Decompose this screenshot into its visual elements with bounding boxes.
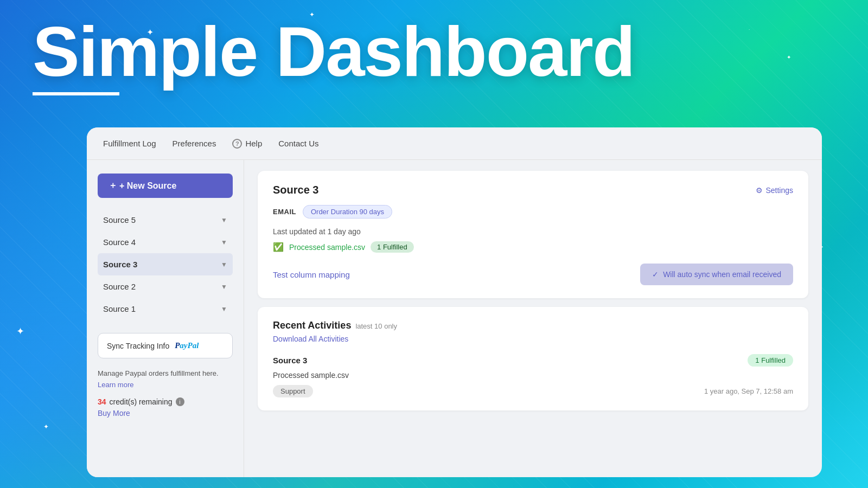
processed-text: Processed sample.csv xyxy=(289,243,365,252)
processed-row: ✅ Processed sample.csv 1 Fulfilled xyxy=(273,241,793,253)
sidebar-item-source2[interactable]: Source 2 ▼ xyxy=(98,275,233,298)
source-card-title: Source 3 xyxy=(273,184,318,196)
star-decoration-3: ✦ xyxy=(787,54,791,60)
recent-activities-header: Recent Activities latest 10 only xyxy=(273,320,793,331)
email-label: EMAIL xyxy=(273,208,296,216)
last-updated-text: Last updated at 1 day ago xyxy=(273,227,793,236)
content-area: ＋ + New Source Source 5 ▼ Source 4 ▼ Sou… xyxy=(87,160,822,477)
auto-sync-button[interactable]: ✓ Will auto sync when email received xyxy=(640,264,793,285)
sidebar-item-source1[interactable]: Source 1 ▼ xyxy=(98,298,233,320)
chevron-down-icon: ▼ xyxy=(221,216,227,224)
new-source-button[interactable]: ＋ + New Source xyxy=(98,174,233,198)
checkmark-icon: ✓ xyxy=(652,270,659,279)
learn-more-link[interactable]: Learn more xyxy=(98,381,233,389)
info-icon[interactable]: i xyxy=(176,397,184,406)
settings-link[interactable]: ⚙ Settings xyxy=(756,186,793,195)
credits-section: 34 credit(s) remaining i Buy More xyxy=(98,397,233,418)
star-decoration-5: ✦ xyxy=(16,325,24,337)
credits-count: 34 xyxy=(98,397,106,406)
activity-meta: Support 1 year ago, Sep 7, 12:58 am xyxy=(273,385,793,397)
activity-file: Processed sample.csv xyxy=(273,371,793,380)
fulfilled-badge: 1 Fulfilled xyxy=(371,241,414,253)
gear-icon: ⚙ xyxy=(756,186,763,195)
recent-activities-subtitle: latest 10 only xyxy=(355,322,397,330)
star-decoration-6: ✦ xyxy=(43,423,49,431)
question-circle-icon: ? xyxy=(232,139,242,149)
activity-source-name: Source 3 xyxy=(273,356,307,365)
nav-bar: Fulfillment Log Preferences ? Help Conta… xyxy=(87,127,822,160)
hero-title: Simple Dashboard xyxy=(33,16,634,95)
nav-preferences[interactable]: Preferences xyxy=(173,139,216,148)
paypal-logo: PayPal xyxy=(175,341,199,350)
nav-fulfillment-log[interactable]: Fulfillment Log xyxy=(103,139,156,148)
nav-contact-us[interactable]: Contact Us xyxy=(278,139,318,148)
chevron-down-icon: ▼ xyxy=(221,261,227,268)
paypal-sync-button[interactable]: Sync Tracking Info PayPal xyxy=(98,333,233,358)
chevron-down-icon: ▼ xyxy=(221,283,227,291)
buy-more-link[interactable]: Buy More xyxy=(98,409,130,418)
activity-time: 1 year ago, Sep 7, 12:58 am xyxy=(704,387,793,395)
credits-text: 34 credit(s) remaining i xyxy=(98,397,233,406)
plus-icon: ＋ xyxy=(108,180,117,191)
nav-help[interactable]: ? Help xyxy=(232,139,262,149)
email-row: EMAIL Order Duration 90 days xyxy=(273,205,793,219)
recent-activities-title: Recent Activities xyxy=(273,320,351,331)
chevron-down-icon: ▼ xyxy=(221,239,227,246)
test-column-mapping-link[interactable]: Test column mapping xyxy=(273,270,350,279)
sidebar-item-source3[interactable]: Source 3 ▼ xyxy=(98,253,233,275)
activity-tag: Support xyxy=(273,385,313,397)
sidebar-item-source4[interactable]: Source 4 ▼ xyxy=(98,231,233,253)
download-all-activities-link[interactable]: Download All Activities xyxy=(273,335,793,343)
source-card-header: Source 3 ⚙ Settings xyxy=(273,184,793,196)
paypal-manage-text: Manage Paypal orders fulfillment here. xyxy=(98,369,233,377)
source-detail-card: Source 3 ⚙ Settings EMAIL Order Duration… xyxy=(258,171,808,298)
main-content: Source 3 ⚙ Settings EMAIL Order Duration… xyxy=(244,160,822,477)
check-circle-icon: ✅ xyxy=(273,242,284,252)
recent-activities-card: Recent Activities latest 10 only Downloa… xyxy=(258,307,808,410)
activity-row-header: Source 3 1 Fulfilled xyxy=(273,354,793,367)
email-duration-badge[interactable]: Order Duration 90 days xyxy=(303,205,392,219)
source-list: Source 5 ▼ Source 4 ▼ Source 3 ▼ Source … xyxy=(98,209,233,320)
main-card: Fulfillment Log Preferences ? Help Conta… xyxy=(87,127,822,477)
action-row: Test column mapping ✓ Will auto sync whe… xyxy=(273,264,793,285)
credits-label: credit(s) remaining xyxy=(110,397,173,406)
sidebar: ＋ + New Source Source 5 ▼ Source 4 ▼ Sou… xyxy=(87,160,244,477)
star-decoration-4: · xyxy=(749,27,750,32)
chevron-down-icon: ▼ xyxy=(221,305,227,313)
activity-fulfilled-badge: 1 Fulfilled xyxy=(748,354,793,367)
paypal-sync-label: Sync Tracking Info xyxy=(107,342,169,350)
sidebar-item-source5[interactable]: Source 5 ▼ xyxy=(98,209,233,231)
